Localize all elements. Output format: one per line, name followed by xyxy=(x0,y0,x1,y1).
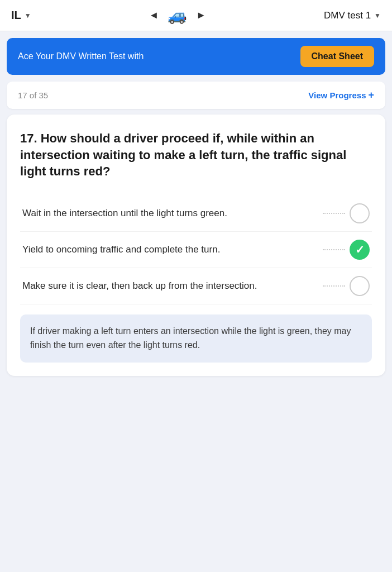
question-text: 17. How should a driver proceed if, whil… xyxy=(20,130,372,180)
next-arrow-icon[interactable]: ► xyxy=(196,9,206,21)
answer-text-a: Wait in the intersection until the light… xyxy=(22,207,323,221)
answer-option-c[interactable]: Make sure it is clear, then back up from… xyxy=(20,268,372,304)
prev-arrow-icon[interactable]: ◄ xyxy=(149,9,159,21)
progress-count: 17 of 35 xyxy=(18,90,48,100)
nav-center: ◄ 🚙 ► xyxy=(149,6,207,25)
dotted-line-b xyxy=(323,249,345,250)
checkmark-icon: ✓ xyxy=(355,244,365,255)
dotted-line-a xyxy=(323,213,345,214)
banner-text: Ace Your DMV Written Test with xyxy=(18,51,300,61)
answer-option-b[interactable]: Yield to oncoming traffic and complete t… xyxy=(20,232,372,268)
explanation-box: If driver making a left turn enters an i… xyxy=(20,314,372,363)
question-card: 17. How should a driver proceed if, whil… xyxy=(7,115,385,376)
answer-text-b: Yield to oncoming traffic and complete t… xyxy=(22,243,323,257)
radio-circle-b[interactable]: ✓ xyxy=(350,240,370,260)
dotted-line-c xyxy=(323,285,345,287)
test-dropdown-icon: ▼ xyxy=(374,12,381,20)
radio-circle-c[interactable] xyxy=(350,276,370,296)
plus-icon: + xyxy=(368,89,374,101)
explanation-text: If driver making a left turn enters an i… xyxy=(30,326,351,350)
promo-banner: Ace Your DMV Written Test with Cheat She… xyxy=(7,38,385,75)
view-progress-button[interactable]: View Progress + xyxy=(308,89,374,101)
state-label: IL xyxy=(11,9,21,22)
progress-container: 17 of 35 View Progress + xyxy=(7,82,385,109)
radio-container-b: ✓ xyxy=(323,240,370,260)
test-selector[interactable]: DMV test 1 ▼ xyxy=(324,10,381,21)
radio-circle-a[interactable] xyxy=(350,203,370,223)
answer-option-a[interactable]: Wait in the intersection until the light… xyxy=(20,196,372,232)
top-navigation: IL ▼ ◄ 🚙 ► DMV test 1 ▼ xyxy=(0,0,392,31)
test-label: DMV test 1 xyxy=(324,10,371,21)
state-selector[interactable]: IL ▼ xyxy=(11,9,31,22)
radio-container-a xyxy=(323,203,370,223)
cheat-sheet-button[interactable]: Cheat Sheet xyxy=(300,46,374,67)
view-progress-label: View Progress xyxy=(308,90,366,100)
state-dropdown-icon: ▼ xyxy=(25,12,31,20)
car-icon: 🚙 xyxy=(168,6,187,25)
answer-text-c: Make sure it is clear, then back up from… xyxy=(22,279,323,293)
radio-container-c xyxy=(323,276,370,296)
